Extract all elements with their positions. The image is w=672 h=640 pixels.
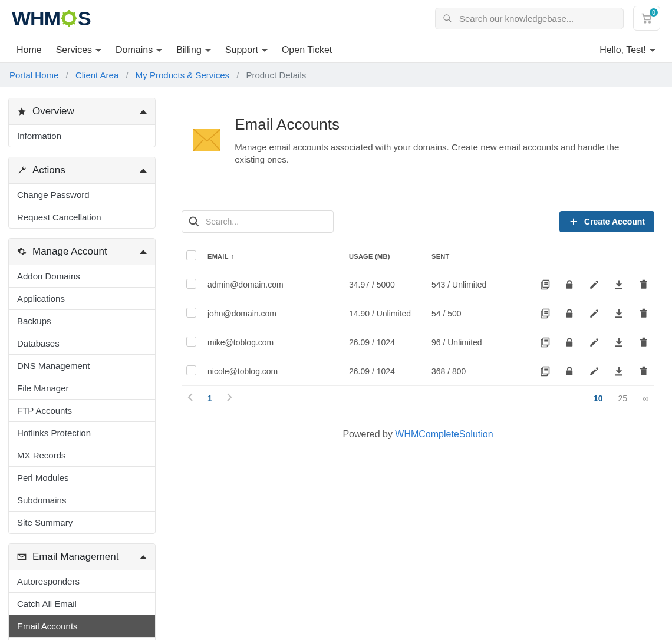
column-email[interactable]: EMAIL↑ [203,242,344,270]
lock-icon[interactable] [564,308,575,319]
trash-icon[interactable] [638,279,650,291]
user-menu[interactable]: Hello, Test! [599,38,655,62]
svg-rect-51 [641,369,647,375]
breadcrumb-link[interactable]: My Products & Services [136,70,229,80]
sidebar-actions-item[interactable]: Change Password [9,184,155,206]
sidebar-manage-item[interactable]: Backups [9,309,155,332]
svg-rect-49 [566,371,573,375]
brand-logo[interactable]: WHM S [12,7,91,30]
row-email: mike@toblog.com [203,328,344,357]
lock-icon[interactable] [564,279,575,291]
page-next[interactable] [226,393,232,403]
nav-services[interactable]: Services [56,38,101,62]
breadcrumb-link[interactable]: Client Area [75,70,118,80]
row-checkbox[interactable] [186,365,196,375]
page-prev[interactable] [187,393,193,403]
sidebar-manage-item[interactable]: Hotlinks Protection [9,421,155,444]
table-row: nicole@toblog.com26.09 / 1024368 / 800 [182,357,654,386]
nav-open-ticket[interactable]: Open Ticket [282,38,332,62]
download-icon[interactable] [613,337,625,348]
chevron-down-icon [156,49,162,52]
lock-icon[interactable] [564,337,575,348]
sidebar-manage-item[interactable]: MX Records [9,444,155,466]
page-size-10[interactable]: 10 [594,394,603,403]
pagination: 1 10 25 ∞ [182,385,654,408]
sidebar-email-item[interactable]: Autoresponders [9,570,155,592]
download-icon[interactable] [613,308,625,319]
row-sent: 543 / Unlimited [427,270,515,299]
panel-manage-account: Manage Account Addon DomainsApplications… [8,238,156,534]
nav-billing[interactable]: Billing [176,38,211,62]
svg-point-9 [444,15,449,20]
breadcrumb: Portal Home / Client Area / My Products … [0,63,672,87]
svg-rect-31 [566,313,573,318]
cart-badge: 0 [650,8,658,17]
log-icon[interactable] [539,337,551,348]
sidebar-email-item[interactable]: Email Forwarders [9,637,155,640]
sidebar-manage-item[interactable]: Databases [9,332,155,354]
select-all-checkbox[interactable] [186,250,196,260]
sidebar-email-item[interactable]: Email Accounts [9,615,155,637]
table-row: john@domain.com14.90 / Unlimited54 / 500 [182,299,654,328]
panel-header-manage-account[interactable]: Manage Account [9,239,155,265]
create-account-button[interactable]: Create Account [559,211,654,232]
panel-header-overview[interactable]: Overview [9,98,155,125]
edit-icon[interactable] [588,279,600,291]
sidebar-actions-item[interactable]: Request Cancellation [9,206,155,228]
edit-icon[interactable] [588,308,600,319]
envelope-icon [17,552,27,562]
panel-header-email-management[interactable]: Email Management [9,544,155,570]
svg-rect-34 [640,310,647,311]
footer: Powered by WHMCompleteSolution [172,414,664,455]
lock-icon[interactable] [564,365,575,377]
row-email: john@domain.com [203,299,344,328]
row-sent: 368 / 800 [427,357,515,386]
sidebar-manage-item[interactable]: Site Summary [9,511,155,533]
download-icon[interactable] [613,365,625,377]
cart-button[interactable]: 0 [633,6,660,31]
sidebar-manage-item[interactable]: File Manager [9,377,155,399]
row-checkbox[interactable] [186,279,196,289]
sidebar-email-item[interactable]: Catch All Email [9,592,155,615]
table-row: admin@domain.com34.97 / 5000543 / Unlimi… [182,270,654,299]
page-1[interactable]: 1 [207,394,212,403]
row-checkbox[interactable] [186,308,196,318]
sidebar-manage-item[interactable]: DNS Management [9,354,155,377]
log-icon[interactable] [539,365,551,377]
sidebar-manage-item[interactable]: Applications [9,287,155,309]
footer-link[interactable]: WHMCompleteSolution [395,429,493,439]
column-sent[interactable]: SENT [427,242,515,270]
sidebar-manage-item[interactable]: FTP Accounts [9,399,155,421]
page-size-all[interactable]: ∞ [643,394,648,403]
trash-icon[interactable] [638,365,650,377]
table-search-input[interactable] [205,216,327,227]
panel-header-actions[interactable]: Actions [9,157,155,184]
table-row: mike@toblog.com26.09 / 102496 / Unlimite… [182,328,654,357]
log-icon[interactable] [539,279,551,291]
sidebar-manage-item[interactable]: Subdomains [9,489,155,511]
search-icon [188,216,200,227]
column-usage[interactable]: USAGE (MB) [344,242,427,270]
breadcrumb-current: Product Details [246,70,307,80]
log-icon[interactable] [539,308,551,319]
search-icon [443,14,452,23]
trash-icon[interactable] [638,308,650,319]
page-size-25[interactable]: 25 [618,394,627,403]
sidebar-manage-item[interactable]: Addon Domains [9,265,155,287]
sidebar-manage-item[interactable]: Perl Modules [9,466,155,489]
nav-domains[interactable]: Domains [116,38,162,62]
row-usage: 26.09 / 1024 [344,328,427,357]
breadcrumb-link[interactable]: Portal Home [9,70,58,80]
nav-home[interactable]: Home [17,38,42,62]
svg-rect-24 [641,282,647,289]
edit-icon[interactable] [588,365,600,377]
edit-icon[interactable] [588,337,600,348]
kb-search-input[interactable] [458,13,616,24]
nav-support[interactable]: Support [225,38,268,62]
table-search-container [182,210,334,233]
trash-icon[interactable] [638,337,650,348]
svg-rect-53 [643,367,645,368]
row-checkbox[interactable] [186,337,196,347]
sidebar-overview-item[interactable]: Information [9,125,155,147]
download-icon[interactable] [613,279,625,291]
